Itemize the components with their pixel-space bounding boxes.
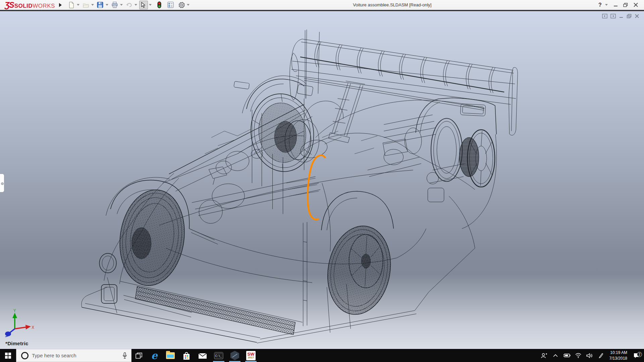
properties-list-icon (167, 2, 174, 8)
volume-button[interactable] (584, 349, 595, 362)
cortana-icon[interactable] (21, 352, 29, 359)
microphone-icon[interactable] (122, 352, 127, 359)
new-dropdown-icon[interactable] (77, 4, 79, 6)
titlebar: ƷS SOLID WORKS (0, 0, 644, 10)
help-question-icon: ? (598, 2, 602, 8)
task-view-button[interactable] (131, 349, 146, 362)
open-document-button[interactable] (82, 1, 90, 9)
close-icon (634, 3, 638, 7)
taskbar-app-hexagon[interactable] (227, 349, 243, 362)
taskbar-app-command-prompt[interactable]: C:\_ (211, 349, 227, 362)
mail-icon (198, 352, 207, 359)
open-dropdown-icon[interactable] (91, 4, 94, 6)
people-icon (541, 353, 547, 359)
tray-overflow-button[interactable] (550, 349, 561, 362)
new-document-button[interactable] (67, 1, 76, 9)
rear-wing (290, 29, 518, 143)
taskbar-app-file-explorer[interactable] (162, 349, 178, 362)
minimize-document-icon[interactable] (619, 14, 624, 18)
action-center-button[interactable]: 2 (629, 353, 644, 359)
system-tray: 10:19 AM 7/13/2018 2 (538, 349, 644, 362)
taskbar-app-edge[interactable]: e (146, 349, 162, 362)
feature-panel-flyout-tab[interactable] (0, 174, 4, 192)
edge-icon: e (151, 351, 157, 361)
car-body-lines (82, 29, 518, 343)
window-title: Voiture assomblee.SLDASM [Read-only] (190, 2, 595, 7)
previous-window-icon[interactable] (602, 14, 607, 18)
taskbar-clock[interactable]: 10:19 AM 7/13/2018 (609, 350, 627, 361)
task-view-icon (136, 353, 142, 359)
save-dropdown-icon[interactable] (106, 4, 108, 6)
logo-zs-glyph: ƷS (5, 0, 14, 10)
speaker-icon (586, 353, 593, 358)
command-prompt-icon: C:\_ (214, 352, 223, 359)
open-folder-icon (83, 2, 89, 8)
network-button[interactable] (573, 349, 584, 362)
taskbar-app-mail[interactable] (195, 349, 211, 362)
save-floppy-icon (97, 2, 103, 8)
clock-time: 10:19 AM (610, 350, 627, 355)
pen-icon (598, 353, 604, 358)
printer-icon (111, 2, 118, 8)
undo-button[interactable] (125, 1, 133, 9)
undo-arrow-icon (126, 2, 132, 8)
chevron-up-icon (553, 354, 558, 357)
file-properties-button[interactable] (166, 1, 175, 9)
clock-date: 7/13/2018 (609, 356, 627, 361)
options-dropdown-icon[interactable] (187, 4, 190, 6)
wifi-icon (575, 353, 582, 358)
restore-document-icon[interactable] (627, 14, 632, 18)
battery-icon (563, 353, 571, 358)
selected-edge-highlight[interactable] (308, 155, 325, 219)
taskbar-app-solidworks[interactable]: SW 2017 (243, 349, 259, 362)
document-window-controls (602, 14, 639, 18)
triad-y-label: Y (13, 308, 16, 313)
next-window-icon[interactable] (610, 14, 616, 18)
power-status-button[interactable] (561, 349, 573, 362)
windows-logo-icon (5, 353, 11, 359)
minimize-button[interactable] (610, 1, 621, 9)
taskbar-search-input[interactable]: Type here to search (16, 349, 131, 362)
people-button[interactable] (538, 349, 550, 362)
logo-solid-text: SOLID (14, 3, 33, 9)
help-dropdown-icon[interactable] (605, 4, 608, 6)
hexagon-app-icon (230, 351, 239, 360)
rebuild-stoplight-button[interactable] (155, 1, 164, 9)
close-button[interactable] (631, 1, 641, 9)
windows-taskbar: Type here to search e (0, 349, 644, 362)
solidworks-2017-icon: SW 2017 (246, 351, 256, 360)
restore-button[interactable] (621, 1, 631, 9)
cmd-prompt-text: C:\_ (215, 355, 222, 358)
window-controls: ? (595, 1, 641, 9)
solidworks-logo: ƷS SOLID WORKS (5, 0, 55, 10)
save-button[interactable] (96, 1, 105, 9)
taskbar-app-store[interactable] (178, 349, 195, 362)
wireframe-car-model[interactable] (0, 11, 644, 349)
select-dropdown-icon[interactable] (149, 4, 152, 6)
file-explorer-icon (166, 352, 175, 359)
print-button[interactable] (110, 1, 119, 9)
help-button[interactable]: ? (595, 1, 605, 9)
logo-works-text: WORKS (33, 3, 55, 9)
notification-badge: 2 (637, 352, 642, 357)
options-button[interactable] (177, 1, 186, 9)
select-cursor-icon (141, 2, 146, 8)
gear-icon (178, 2, 185, 8)
print-dropdown-icon[interactable] (120, 4, 123, 6)
graphics-viewport[interactable]: Y X *Dimetric (0, 11, 644, 349)
restore-icon (623, 3, 628, 7)
start-button[interactable] (0, 349, 16, 362)
close-document-icon[interactable] (635, 14, 639, 18)
pen-settings-button[interactable] (595, 349, 607, 362)
stoplight-icon (157, 1, 161, 8)
rear-left-wheel (321, 191, 397, 319)
menu-flyout-arrow-icon[interactable] (59, 3, 62, 7)
undo-dropdown-icon[interactable] (135, 4, 137, 6)
select-tool-button[interactable] (139, 1, 148, 9)
minimize-icon (613, 3, 618, 7)
quick-access-toolbar (65, 0, 190, 10)
triad-x-label: X (32, 325, 34, 330)
rear-right-wheels (384, 98, 496, 248)
store-icon (182, 351, 191, 360)
orientation-triad: Y X (2, 308, 36, 340)
